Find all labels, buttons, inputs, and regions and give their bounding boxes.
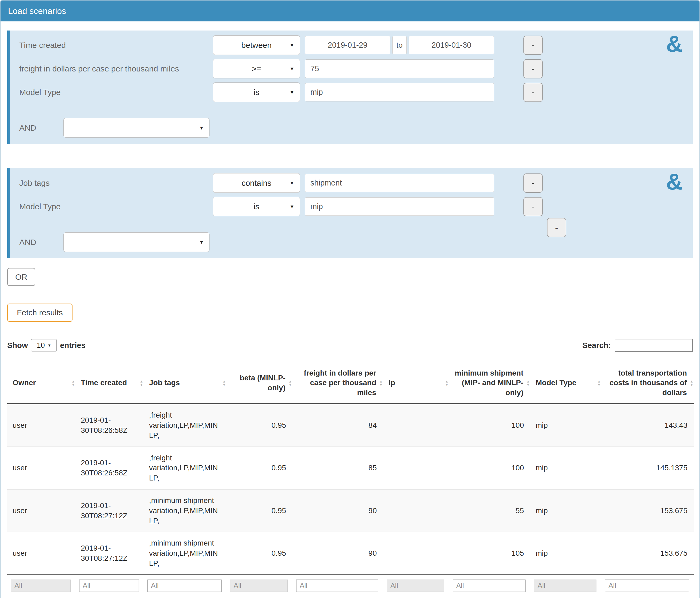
operator-selected-value: >=: [252, 64, 261, 73]
condition-value-input[interactable]: [305, 197, 494, 216]
condition-remove-button[interactable]: -: [523, 83, 543, 102]
search-input[interactable]: [615, 339, 693, 352]
cell-model-type: mip: [530, 489, 601, 532]
column-header-label: Time created: [81, 379, 127, 387]
add-condition-select[interactable]: ▼: [64, 232, 209, 252]
chevron-down-icon: ▼: [290, 66, 294, 71]
column-filter-cell: [383, 575, 449, 596]
column-filter-input-owner: [11, 579, 71, 592]
condition-operator-select[interactable]: between ▼: [213, 35, 300, 55]
cell-time-created: 2019-01-30T08:26:58Z: [75, 447, 144, 489]
column-header-beta-minlp-only[interactable]: beta (MINLP-only)▲▼: [226, 362, 293, 404]
page-size-select[interactable]: 10 ▼: [31, 339, 57, 352]
column-header-freight-in-dollars-per-case-per-thousand-miles[interactable]: freight in dollars per case per thousand…: [293, 362, 383, 404]
search-label: Search:: [582, 341, 611, 350]
cell-lp: [383, 532, 449, 575]
column-header-lp[interactable]: lp▲▼: [383, 362, 449, 404]
group-and-operator-symbol: &: [666, 32, 683, 55]
add-condition-row: AND ▼: [10, 118, 693, 138]
column-filter-input-minimum-shipment-mip-and-minlp-only[interactable]: [453, 579, 526, 592]
condition-field-label: Job tags: [19, 178, 213, 188]
add-condition-select[interactable]: ▼: [64, 118, 209, 138]
chevron-down-icon: ▼: [290, 204, 294, 209]
column-header-total-transportation-costs-in-thousands-of-dollars[interactable]: total transportation costs in thousands …: [601, 362, 694, 404]
table-body: user2019-01-30T08:26:58Z,freight variati…: [7, 404, 694, 575]
and-label: AND: [19, 123, 64, 133]
date-from-input[interactable]: [305, 36, 391, 54]
condition-operator-select[interactable]: is ▼: [213, 197, 300, 216]
fetch-results-button[interactable]: Fetch results: [7, 304, 73, 322]
group-remove-button[interactable]: -: [547, 218, 566, 237]
sort-icon: ▲▼: [140, 380, 143, 386]
condition-field-label: freight in dollars per case per thousand…: [19, 64, 213, 73]
condition-row-job-tags: Job tags contains ▼ -: [10, 173, 693, 193]
column-header-label: total transportation costs in thousands …: [609, 369, 687, 397]
condition-field-label: Model Type: [19, 88, 213, 97]
condition-value-wrap: [305, 83, 494, 101]
load-scenarios-dialog: Load scenarios & Time created between ▼ …: [0, 0, 700, 598]
table-row[interactable]: user2019-01-30T08:26:58Z,freight variati…: [7, 447, 694, 489]
chevron-down-icon: ▼: [47, 343, 51, 348]
cell-model-type: mip: [530, 404, 601, 447]
chevron-down-icon: ▼: [199, 239, 204, 245]
condition-row-time-created: Time created between ▼ to -: [10, 35, 693, 55]
column-header-time-created[interactable]: Time created▲▼: [75, 362, 144, 404]
column-header-label: minimum shipment (MIP- and MINLP-only): [455, 369, 523, 397]
operator-selected-value: is: [254, 88, 259, 97]
column-filter-cell: [144, 575, 226, 596]
cell-job-tags: ,freight variation,LP,MIP,MINLP,: [144, 447, 226, 489]
cell-freight-in-dollars-per-case-per-thousand-miles: 84: [293, 404, 383, 447]
column-filter-input-total-transportation-costs-in-thousands-of-dollars[interactable]: [605, 579, 689, 592]
table-row[interactable]: user2019-01-30T08:26:58Z,freight variati…: [7, 404, 694, 447]
dialog-content: & Time created between ▼ to - freight in…: [1, 21, 699, 598]
date-to-input[interactable]: [408, 36, 494, 54]
cell-owner: user: [7, 404, 75, 447]
condition-row-model-type: Model Type is ▼ -: [10, 197, 693, 216]
cell-freight-in-dollars-per-case-per-thousand-miles: 90: [293, 489, 383, 532]
sort-icon: ▲▼: [222, 380, 226, 386]
condition-value-input[interactable]: [305, 174, 494, 192]
operator-selected-value: between: [241, 41, 272, 50]
condition-operator-select[interactable]: >= ▼: [213, 59, 300, 78]
chevron-down-icon: ▼: [199, 125, 204, 130]
condition-value-input[interactable]: [305, 83, 494, 101]
condition-value-input[interactable]: [305, 59, 494, 78]
condition-value-wrap: [305, 59, 494, 78]
condition-remove-button[interactable]: -: [523, 197, 543, 216]
cell-owner: user: [7, 447, 75, 489]
column-filter-input-freight-in-dollars-per-case-per-thousand-miles[interactable]: [296, 579, 378, 592]
table-row[interactable]: user2019-01-30T08:27:12Z,minimum shipmen…: [7, 489, 694, 532]
column-filter-input-job-tags[interactable]: [147, 579, 222, 592]
column-header-label: Model Type: [536, 379, 576, 387]
and-label: AND: [19, 238, 64, 247]
column-filter-input-model-type: [534, 579, 596, 592]
condition-remove-button[interactable]: -: [523, 59, 543, 78]
column-header-minimum-shipment-mip-and-minlp-only[interactable]: minimum shipment (MIP- and MINLP-only)▲▼: [449, 362, 530, 404]
table-controls: Show 10 ▼ entries Search:: [7, 339, 693, 352]
cell-beta-minlp-only: 0.95: [226, 404, 293, 447]
column-header-label: beta (MINLP-only): [240, 374, 285, 391]
cell-minimum-shipment-mip-and-minlp-only: 100: [449, 404, 530, 447]
table-row[interactable]: user2019-01-30T08:27:12Z,minimum shipmen…: [7, 532, 694, 575]
show-label: Show: [7, 341, 28, 350]
sort-icon: ▲▼: [289, 380, 292, 386]
column-header-model-type[interactable]: Model Type▲▼: [530, 362, 601, 404]
condition-remove-button[interactable]: -: [523, 173, 543, 193]
condition-operator-select[interactable]: contains ▼: [213, 173, 300, 193]
condition-remove-button[interactable]: -: [523, 35, 543, 55]
column-header-job-tags[interactable]: Job tags▲▼: [144, 362, 226, 404]
add-condition-row: AND ▼: [10, 232, 693, 252]
sort-icon: ▲▼: [379, 380, 383, 386]
dialog-title: Load scenarios: [8, 6, 66, 16]
column-filter-cell: [449, 575, 530, 596]
or-add-group-button[interactable]: OR: [7, 268, 35, 286]
cell-job-tags: ,freight variation,LP,MIP,MINLP,: [144, 404, 226, 447]
column-header-owner[interactable]: Owner▲▼: [7, 362, 75, 404]
condition-operator-select[interactable]: is ▼: [213, 82, 300, 102]
cell-minimum-shipment-mip-and-minlp-only: 105: [449, 532, 530, 575]
cell-time-created: 2019-01-30T08:27:12Z: [75, 532, 144, 575]
cell-time-created: 2019-01-30T08:27:12Z: [75, 489, 144, 532]
column-filter-input-time-created[interactable]: [79, 579, 139, 592]
sort-icon: ▲▼: [690, 380, 693, 386]
cell-beta-minlp-only: 0.95: [226, 489, 293, 532]
